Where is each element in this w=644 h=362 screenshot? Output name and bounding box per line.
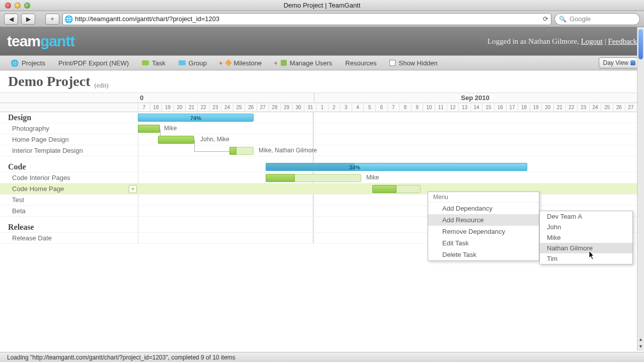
group-bar-code[interactable]: 34% xyxy=(266,163,527,171)
day-cell: 1 xyxy=(316,103,328,112)
resource-option[interactable]: Nathan Gilmore xyxy=(540,243,632,253)
day-cell: 17 xyxy=(506,103,518,112)
task-resources: Mike xyxy=(366,174,379,181)
status-bar: Loading "http://teamgantt.com/gantt/char… xyxy=(0,352,644,362)
group-bar-design[interactable]: 74% xyxy=(138,114,254,122)
day-cell: 20 xyxy=(174,103,186,112)
reload-icon[interactable]: ⟳ xyxy=(540,15,551,23)
day-cell: 10 xyxy=(423,103,435,112)
day-cell: 18 xyxy=(518,103,530,112)
add-bookmark-button[interactable]: ＋ xyxy=(45,14,59,25)
task-code-home-page[interactable]: Code Home Page + xyxy=(0,184,644,195)
day-cell: 23 xyxy=(209,103,221,112)
resource-option[interactable]: John xyxy=(540,222,632,232)
task-photography[interactable]: Photography Mike xyxy=(0,123,644,134)
day-cell: 23 xyxy=(577,103,589,112)
app-header: teamgantt Logged in as Nathan Gilmore, L… xyxy=(0,27,644,55)
day-cell: 25 xyxy=(233,103,245,112)
scrollbar-thumb[interactable] xyxy=(638,29,643,59)
feedback-link[interactable]: Feedback xyxy=(608,37,637,45)
task-label: Home Page Design xyxy=(12,134,69,145)
view-select-label: Day View xyxy=(603,59,628,66)
day-cell: 8 xyxy=(399,103,411,112)
task-label: Photography xyxy=(12,123,49,134)
day-cell: 26 xyxy=(613,103,625,112)
search-field[interactable]: 🔍 Google xyxy=(554,13,640,25)
milestone-icon xyxy=(224,59,231,66)
plus-icon: + xyxy=(274,59,278,67)
view-select[interactable]: Day View xyxy=(599,57,639,68)
group-design[interactable]: Design 74% xyxy=(0,112,644,123)
show-hidden-toggle[interactable]: Show Hidden xyxy=(384,57,443,68)
user-line: Logged in as Nathan Gilmore, Logout | Fe… xyxy=(488,37,637,46)
plus-icon: + xyxy=(219,59,223,67)
address-bar[interactable]: 🌐 http://teamgantt.com/gantt/chart/?proj… xyxy=(62,13,551,25)
edit-project-link[interactable]: (edit) xyxy=(95,81,109,89)
logged-in-prefix: Logged in as xyxy=(488,37,528,45)
projects-label: Projects xyxy=(22,59,45,67)
sep: | xyxy=(603,37,608,45)
print-button[interactable]: Print/PDF Export (NEW) xyxy=(53,57,134,68)
menu-edit-task[interactable]: Edit Task xyxy=(428,237,539,249)
day-cell: 6 xyxy=(375,103,387,112)
resource-option[interactable]: Tim xyxy=(540,253,632,264)
day-cell: 19 xyxy=(530,103,542,112)
day-cell: 2 xyxy=(328,103,340,112)
resource-option[interactable]: Dev Team A xyxy=(540,211,632,222)
add-milestone-button[interactable]: + Milestone xyxy=(214,57,267,68)
task-bar[interactable] xyxy=(138,125,160,133)
logo-part2: gantt xyxy=(40,33,74,49)
resources-label: Resources xyxy=(345,59,376,67)
group-pct: 74% xyxy=(190,114,201,122)
logout-link[interactable]: Logout xyxy=(581,37,603,45)
back-button[interactable]: ◀ xyxy=(4,14,18,25)
add-task-button[interactable]: Task xyxy=(136,57,171,68)
scroll-up-icon[interactable]: ▲ xyxy=(637,337,644,344)
logo[interactable]: teamgantt xyxy=(7,33,74,50)
gantt-month-header: 0 Sep 2010 xyxy=(0,93,644,103)
url-text: http://teamgantt.com/gantt/chart/?projec… xyxy=(74,15,540,23)
checkbox-icon xyxy=(389,60,395,66)
project-title-row: Demo Project (edit) xyxy=(0,70,644,93)
context-menu: Menu Add Dependancy Add Resource Remove … xyxy=(428,192,539,261)
day-cell: 5 xyxy=(363,103,375,112)
logo-part1: team xyxy=(7,33,40,49)
day-cell: 26 xyxy=(245,103,257,112)
task-interior-template[interactable]: Interior Template Design Mike, Nathan Gi… xyxy=(0,145,644,156)
day-cell: 19 xyxy=(162,103,174,112)
task-test[interactable]: Test xyxy=(0,195,644,206)
day-cell: 12 xyxy=(447,103,459,112)
day-cell: 22 xyxy=(197,103,209,112)
day-cell: 30 xyxy=(292,103,304,112)
day-cell: 29 xyxy=(280,103,292,112)
task-code-interior[interactable]: Code Interior Pages Mike xyxy=(0,172,644,184)
task-homepage-design[interactable]: Home Page Design John, Mike xyxy=(0,134,644,145)
projects-icon: 🌐 xyxy=(11,59,19,67)
vertical-scrollbar[interactable]: ▲ ▼ xyxy=(637,27,644,351)
projects-button[interactable]: 🌐 Projects xyxy=(5,57,51,68)
project-title: Demo Project xyxy=(8,73,91,89)
scroll-down-icon[interactable]: ▼ xyxy=(637,344,644,351)
group-code[interactable]: Code 34% xyxy=(0,161,644,172)
task-label: Release Date xyxy=(12,233,52,244)
user-icon xyxy=(281,60,287,66)
resources-button[interactable]: Resources xyxy=(340,57,382,68)
add-group-button[interactable]: Group xyxy=(173,57,212,68)
forward-button[interactable]: ▶ xyxy=(21,14,35,25)
manage-users-button[interactable]: + Manage Users xyxy=(269,57,338,68)
day-cell: 28 xyxy=(269,103,281,112)
day-cell: 24 xyxy=(589,103,601,112)
day-cell: 24 xyxy=(221,103,233,112)
day-cell: 25 xyxy=(601,103,613,112)
add-icon[interactable]: + xyxy=(129,185,137,193)
task-bar[interactable] xyxy=(158,136,194,144)
menu-remove-dependency[interactable]: Remove Dependancy xyxy=(428,226,539,237)
menu-add-resource[interactable]: Add Resource xyxy=(428,214,539,226)
show-hidden-label: Show Hidden xyxy=(398,59,437,67)
day-cell: 27 xyxy=(625,103,637,112)
menu-delete-task[interactable]: Delete Task xyxy=(428,249,539,260)
group-label: Release xyxy=(8,222,34,233)
menu-add-dependency[interactable]: Add Dependancy xyxy=(428,203,539,214)
resource-option[interactable]: Mike xyxy=(540,232,632,243)
task-label: Test xyxy=(12,195,24,206)
